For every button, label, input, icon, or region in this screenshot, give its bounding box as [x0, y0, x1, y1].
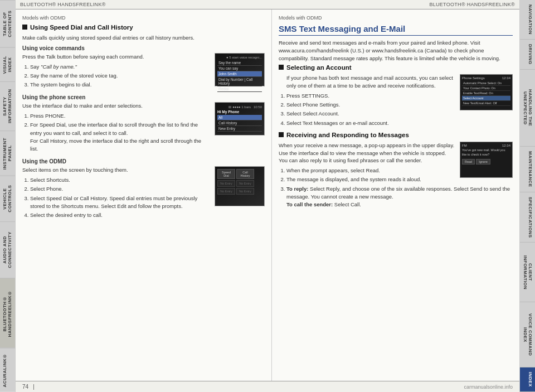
left-sidebar: TABLE OF CONTENTS VISUAL INDEX SAFETY IN… [0, 0, 16, 392]
phone-screen-thumbnail: ⊞ ●●●● 1 bars 10:50 Hi My Phone All Call… [215, 102, 265, 135]
voice-screen-item-5: Redial [217, 86, 262, 92]
voice-screen-header: ● 5 start voice recogni... [217, 56, 262, 59]
right-models-label: Models with ODMD [279, 15, 513, 21]
shortcut-no-entry-3: No Entry [217, 188, 235, 195]
section3-square-icon [279, 132, 284, 137]
sidebar-item-vehicle-controls[interactable]: VEHICLE CONTROLS [0, 176, 15, 221]
phone-screen-item-new: New Entry [217, 126, 262, 132]
phone-screen-block: ⊞ ●●●● 1 bars 10:50 Hi My Phone All Call… [22, 102, 265, 155]
section3-heading: Receiving and Responding to Messages [286, 132, 409, 138]
ps-title-text: Phone Settings [462, 76, 485, 80]
shortcuts-grid: Speed Dial Call History No Entry No Entr… [217, 169, 262, 195]
sidebar-item-acuralink[interactable]: ACURALINK® [0, 348, 15, 392]
sms-time: 12:34 [502, 144, 510, 147]
sidebar-item-handling-unexpected[interactable]: HANDLING THE UNEXPECTED [520, 70, 535, 147]
right-sidebar: NAVIGATION DRIVING HANDLING THE UNEXPECT… [519, 0, 535, 392]
ps-item-4: Select Account [462, 96, 510, 101]
voice-screen-item-1: Say the name [217, 60, 262, 66]
left-column: Models with ODMD Using Speed Dial and Ca… [16, 9, 272, 381]
section2-square-icon [279, 65, 284, 70]
sms-message-text: You've got new mail. Would you like to c… [462, 148, 510, 157]
sidebar-item-safety-information[interactable]: SAFETY INFORMATION [0, 81, 15, 130]
account-step-4: Select Text Messages or an e-mail accoun… [286, 119, 513, 127]
respond-step-3: To reply: Select Reply, and choose one o… [286, 185, 513, 209]
sms-ignore-button[interactable]: Ignore [476, 159, 490, 164]
select-account-block: Phone Settings 12:34 Automatic Phone Sel… [279, 74, 513, 129]
section2-header: Selecting an Account [279, 64, 513, 71]
header-left-title: BLUETOOTH® HANDSFREELINK® [20, 2, 268, 7]
voice-commands-block: ● 5 start voice recogni... Say the name … [22, 53, 265, 91]
section1-intro: Make calls quickly using stored speed di… [22, 34, 265, 42]
ps-time-text: 12:34 [502, 76, 510, 80]
right-column: Models with ODMD SMS Text Messaging and … [272, 9, 519, 381]
sms-button-row: Read Ignore [462, 159, 510, 164]
sidebar-item-audio-connectivity[interactable]: AUDIO AND CONNECTIVITY [0, 221, 15, 278]
sidebar-item-navigation[interactable]: NAVIGATION [520, 0, 535, 40]
sms-popup-thumbnail: FM 12:34 You've got new mail. Would you … [460, 142, 513, 178]
sidebar-item-instrument-panel[interactable]: INSTRUMENT PANEL [0, 130, 15, 176]
sidebar-item-index[interactable]: INDEX [520, 367, 535, 392]
ps-item-1: Automatic Phone Select: On [462, 81, 510, 86]
voice-screen-item-2: You can say [217, 66, 262, 71]
footer-separator: | [33, 384, 35, 390]
sidebar-item-client-information[interactable]: CLIENT INFORMATION [520, 243, 535, 302]
odmd-step-4: Select the desired entry to call. [30, 211, 265, 219]
shortcut-call-history: Call History [236, 169, 254, 179]
left-models-label: Models with ODMD [22, 15, 265, 21]
phone-screen-item-history: Call History [217, 120, 262, 126]
bottom-footer: 74 | carmanualsonline.info [16, 381, 519, 392]
top-header: BLUETOOTH® HANDSFREELINK® BLUETOOTH® HAN… [16, 0, 519, 9]
section2-heading: Selecting an Account [286, 64, 352, 71]
shortcuts-screen-thumbnail: Speed Dial Call History No Entry No Entr… [215, 166, 265, 206]
phone-screen-title: Hi My Phone [217, 110, 262, 114]
footer-watermark: carmanualsonline.info [464, 384, 513, 390]
phone-settings-thumbnail: Phone Settings 12:34 Automatic Phone Sel… [460, 74, 513, 110]
odmd-block: Speed Dial Call History No Entry No Entr… [22, 166, 265, 221]
subsection-voice-heading: Using voice commands [22, 45, 265, 51]
subsection-phone-heading: Using the phone screen [22, 94, 265, 100]
responding-block: FM 12:34 You've got new mail. Would you … [279, 142, 513, 211]
voice-screen-item-3: John Smith [217, 71, 262, 77]
sidebar-item-driving[interactable]: DRIVING [520, 40, 535, 70]
sidebar-item-specifications[interactable]: SPECIFICATIONS [520, 192, 535, 243]
sidebar-item-voice-command-index[interactable]: VOICE COMMAND INDEX [520, 302, 535, 367]
header-right-title: BLUETOOTH® HANDSFREELINK® [268, 2, 515, 7]
sms-intro-text: Receive and send text messages and e-mai… [279, 39, 513, 62]
shortcuts-screen-display: Speed Dial Call History No Entry No Entr… [215, 167, 264, 206]
section3-header: Receiving and Responding to Messages [279, 132, 513, 138]
section1-header: Using Speed Dial and Call History [22, 24, 265, 31]
phone-screen-display: ⊞ ●●●● 1 bars 10:50 Hi My Phone All Call… [215, 103, 264, 135]
shortcut-no-entry-1: No Entry [217, 180, 235, 187]
sidebar-item-visual-index[interactable]: VISUAL INDEX [0, 47, 15, 82]
sms-popup-header: FM 12:34 [462, 144, 510, 147]
main-content: BLUETOOTH® HANDSFREELINK® BLUETOOTH® HAN… [16, 0, 519, 392]
section1-square-icon [22, 25, 27, 30]
voice-screen-thumbnail: ● 5 start voice recogni... Say the name … [215, 53, 265, 86]
page-number: 74 [22, 384, 28, 390]
sms-sender: FM [462, 144, 467, 147]
subsection-odmd-heading: Using the ODMD [22, 158, 265, 164]
shortcut-speed-dial: Speed Dial [217, 169, 235, 179]
ps-item-2: Your Contact Photo: On [462, 86, 510, 91]
phone-screen-header: ⊞ ●●●● 1 bars 10:50 [217, 105, 262, 109]
account-step-3: Select Select Account. [286, 110, 513, 118]
ps-header-row: Phone Settings 12:34 [462, 76, 510, 80]
sidebar-item-table-of-contents[interactable]: TABLE OF CONTENTS [0, 0, 15, 47]
ps-item-3: Enable Text/Read: On [462, 91, 510, 96]
shortcut-no-entry-2: No Entry [236, 180, 254, 187]
sms-read-button[interactable]: Read [462, 159, 475, 164]
sms-main-heading: SMS Text Messaging and E-Mail [279, 24, 513, 36]
ps-item-5: New Text/Email Alert: Off [462, 101, 510, 106]
phone-screen-item-all: All [217, 115, 262, 120]
section1-heading: Using Speed Dial and Call History [30, 24, 133, 31]
sidebar-item-maintenance[interactable]: MAINTENANCE [520, 147, 535, 192]
content-columns: Models with ODMD Using Speed Dial and Ca… [16, 9, 519, 381]
sidebar-item-bluetooth[interactable]: BLUETOOTH® HANDSFREELINK® [0, 278, 15, 349]
shortcut-no-entry-4: No Entry [236, 188, 254, 195]
voice-screen-item-4: Dial by Number | Call History [217, 77, 262, 86]
voice-screen-display: ● 5 start voice recogni... Say the name … [215, 54, 264, 86]
